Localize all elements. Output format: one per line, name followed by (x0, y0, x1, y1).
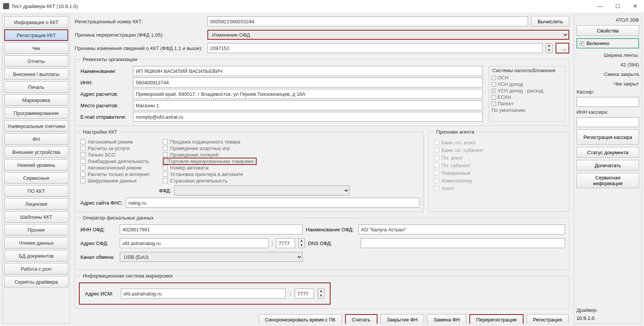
rereg-reason-select[interactable]: Изменение ОФД (207, 30, 569, 40)
nav-item-13[interactable]: ПО ККТ (4, 185, 68, 197)
change-reasons-ellipsis-button[interactable]: ... (556, 43, 569, 53)
nav-item-7[interactable]: Программирование (4, 107, 68, 119)
agent-option[interactable]: Агент (434, 184, 565, 192)
nav-item-15[interactable]: Шаблоны ККТ (4, 211, 68, 223)
tax-item[interactable]: ОСН (489, 74, 565, 81)
change-reasons-spinner[interactable]: ▲▼ (546, 43, 552, 53)
nav-item-12[interactable]: Сервисные (4, 172, 68, 184)
nav-item-20[interactable]: Скрипты драйвера (4, 276, 68, 287)
tax-item[interactable]: ✓УСН доход - расход (489, 87, 565, 94)
org-name-input[interactable] (133, 66, 483, 76)
reg-num-input[interactable] (207, 16, 528, 26)
agent-option[interactable]: Комиссионер (434, 177, 565, 184)
org-place-input[interactable] (133, 100, 483, 110)
tax-item[interactable]: Патент (489, 100, 565, 107)
close-button[interactable]: ✕ (626, 0, 644, 12)
cashier-inn-input[interactable] (577, 117, 639, 127)
reg-cashier-button[interactable]: Регистрация кассира (577, 129, 639, 145)
kkt-option[interactable]: Установка принтера в автомате (163, 171, 419, 178)
ffd-label: ФФД: (159, 188, 171, 194)
agent-option[interactable]: Банк. пл. субагент (434, 146, 565, 154)
reprint-button[interactable]: Допечатать (577, 160, 639, 171)
change-reasons-label: Причины изменения сведений о ККТ (ФФД 1.… (75, 45, 204, 51)
nav-item-16[interactable]: Прочее (4, 224, 68, 236)
maximize-button[interactable]: ☐ (609, 0, 626, 12)
sync-time-button[interactable]: Синхронизировать время с ПК (259, 314, 342, 324)
tax-item-label: УСН доход (498, 81, 523, 87)
kkt-option[interactable]: Проведение лотерей (163, 152, 419, 158)
change-reasons-input[interactable] (207, 43, 543, 53)
nav-item-11[interactable]: Нижний уровень (4, 159, 68, 171)
nav-item-5[interactable]: Печать (4, 81, 68, 93)
reg-button[interactable]: Регистрация (527, 314, 569, 324)
agent-option[interactable]: Поверенный (434, 169, 565, 177)
doc-status-button[interactable]: Статус документа (577, 147, 639, 158)
enabled-checkbox[interactable]: ✓ Включено (577, 38, 639, 48)
tax-item[interactable]: УСН доход (489, 81, 565, 87)
ofd-port-spinner[interactable]: ▲▼ (298, 238, 305, 248)
ism-addr-input[interactable] (121, 289, 286, 299)
kkt-option[interactable]: ✓Торговля маркированными товарами: (163, 158, 419, 165)
checkbox-icon (491, 82, 496, 87)
kkt-option[interactable]: Страховая деятельность (163, 178, 419, 184)
service-info-button[interactable]: Сервисная информация (577, 173, 639, 188)
nav-item-10[interactable]: Внешние устройства (4, 146, 68, 158)
driver-label: Драйвер: (577, 307, 639, 313)
agent-option[interactable]: Банк. пл. агент (434, 139, 565, 146)
agent-option[interactable]: Пл. субагент (434, 161, 565, 169)
tax-item-label: УСН доход - расход (498, 88, 543, 94)
nav-item-1[interactable]: Регистрация ККТ (4, 29, 68, 41)
checkbox-icon (491, 102, 496, 106)
ism-port-input[interactable] (295, 289, 314, 299)
agent-option[interactable]: Пл. агент (434, 154, 565, 161)
nav-item-8[interactable]: Универсальные счетчики (4, 120, 68, 132)
ffd-select[interactable] (174, 186, 350, 195)
nav-item-6[interactable]: Маркировка (4, 94, 68, 106)
nav-item-3[interactable]: Отчеты (4, 55, 68, 67)
nav-item-2[interactable]: Чек (4, 42, 68, 54)
nav-item-17[interactable]: Чтение данных (4, 237, 68, 249)
ofd-name-input[interactable] (358, 224, 565, 234)
marked-goods-option[interactable]: ✓Торговля маркированными товарами: (163, 158, 257, 165)
org-inn-input[interactable] (133, 77, 483, 87)
kkt-option-label: Расчеты за услуги (88, 145, 130, 151)
ofd-channel-select[interactable]: USB (EoU) (120, 252, 303, 262)
kkt-option-label: Торговля маркированными товарами: (168, 158, 255, 164)
kkt-option[interactable]: Номер автомата: (163, 165, 419, 171)
ofd-addr-label: Адрес ОФД: (80, 240, 117, 246)
replace-fn-button[interactable]: Замена ФН (427, 314, 466, 324)
org-addr-input[interactable] (133, 89, 483, 99)
checkbox-icon (434, 186, 439, 191)
nav-item-4[interactable]: Внесения / выплаты (4, 68, 68, 80)
minimize-button[interactable]: — (591, 0, 609, 12)
kkt-option[interactable]: Проведение азартных игр (163, 145, 419, 152)
kkt-option[interactable]: Продажа подакцизного товара (163, 139, 419, 145)
kkt-option[interactable]: Ломбардная деятельность (80, 158, 157, 165)
rereg-button[interactable]: Перерегистрация (469, 314, 524, 324)
calc-button[interactable]: Вычислить (531, 16, 569, 27)
cashier-input[interactable] (577, 97, 639, 107)
org-email-input[interactable] (133, 112, 483, 122)
ofd-port-input[interactable] (276, 238, 295, 248)
nav-item-14[interactable]: Лицензии (4, 198, 68, 210)
kkt-option[interactable]: Только БСО (80, 152, 157, 158)
nav-item-0[interactable]: Информация о ККТ (4, 16, 68, 28)
kkt-option[interactable]: Шифрование данных (80, 178, 157, 184)
kkt-option[interactable]: Автономный режим (80, 139, 157, 145)
ofd-name-label: Наименование ОФД: (306, 227, 355, 232)
kkt-option[interactable]: Расчеты за услуги (80, 145, 157, 152)
kkt-option[interactable]: Автоматический режим (80, 165, 157, 171)
nav-item-9[interactable]: ФН (4, 133, 68, 145)
fns-addr-input[interactable] (126, 198, 419, 208)
ofd-addr-input[interactable] (120, 238, 268, 248)
tax-item[interactable]: ЕСХН (489, 94, 565, 100)
nav-item-18[interactable]: БД документов (4, 250, 68, 261)
properties-button[interactable]: Свойства (577, 25, 639, 36)
read-button[interactable]: Считать (345, 314, 377, 324)
close-fn-button[interactable]: Закрытие ФН (381, 314, 424, 324)
ofd-dns-input[interactable] (361, 238, 565, 248)
ism-port-spinner[interactable]: ▲▼ (318, 289, 324, 299)
ofd-inn-input[interactable] (120, 224, 303, 234)
kkt-option[interactable]: Расчеты только в интернет (80, 171, 157, 178)
nav-item-19[interactable]: Работа с json (4, 263, 68, 274)
